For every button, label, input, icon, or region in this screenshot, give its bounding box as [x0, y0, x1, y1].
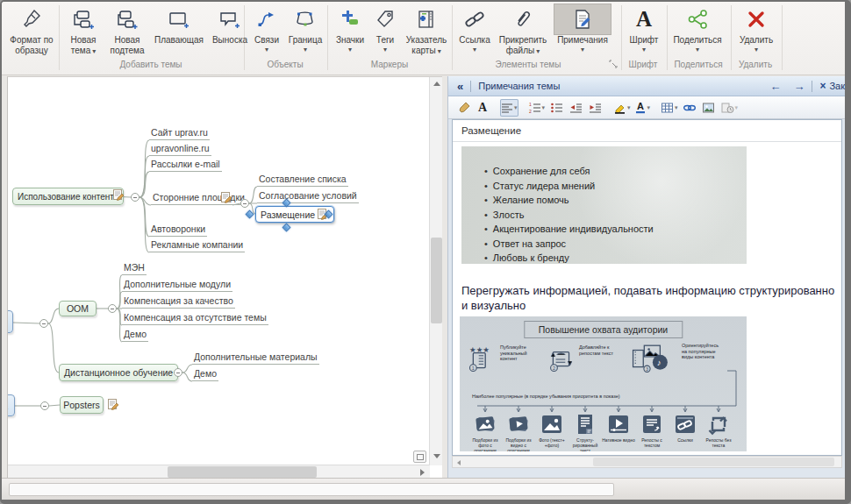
topic-oom[interactable]: ООМ: [59, 301, 97, 316]
share-button[interactable]: Поделиться: [670, 4, 725, 58]
collapse-toggle[interactable]: [108, 304, 117, 313]
markers-icons-button[interactable]: Значки: [333, 4, 368, 58]
new-topic-button[interactable]: Новая тема: [63, 4, 104, 58]
topic-line[interactable]: Рекламные компании: [149, 239, 245, 252]
svg-text:1: 1: [472, 366, 475, 371]
topic-line[interactable]: Демо: [122, 329, 148, 342]
format-painter-button[interactable]: Формат по образцу: [6, 4, 57, 58]
prev-topic-arrow-icon[interactable]: ←: [769, 80, 781, 93]
insert-table-button[interactable]: [660, 99, 679, 117]
canvas-vertical-scrollbar[interactable]: [429, 77, 442, 465]
map-index-label: Указатель карты: [406, 35, 447, 55]
group-label-delete: Удалить: [739, 60, 772, 69]
next-topic-arrow-icon[interactable]: →: [793, 80, 805, 93]
svg-text:2: 2: [529, 109, 532, 114]
numbered-list-button[interactable]: 12: [527, 99, 547, 117]
new-subtopic-button[interactable]: Новая подтема: [105, 4, 149, 58]
map-index-button[interactable]: Указатель карты: [403, 4, 450, 58]
topic-line[interactable]: Компенсация за качество: [122, 295, 235, 309]
highlight-color-button[interactable]: [612, 99, 632, 117]
topic-line[interactable]: Согласование условий: [257, 190, 359, 203]
delete-button[interactable]: Удалить: [734, 4, 778, 58]
scroll-right-arrow[interactable]: [420, 469, 425, 476]
collapse-toggle[interactable]: [240, 199, 249, 208]
tags-dropdown[interactable]: [369, 46, 401, 53]
share-icon: [670, 4, 725, 35]
delete-dropdown[interactable]: [734, 46, 778, 53]
share-dropdown[interactable]: [670, 46, 725, 53]
boundary-icon: [286, 4, 325, 35]
scroll-left-arrow[interactable]: [457, 460, 461, 465]
collapse-toggle[interactable]: [174, 368, 182, 377]
topic-line[interactable]: Демо: [192, 368, 218, 381]
notes-editor[interactable]: Размещение Сохранение для себя Статус ли…: [452, 119, 842, 456]
topic-line[interactable]: Дополнительные модули: [122, 279, 232, 292]
outdent-button[interactable]: [567, 99, 584, 117]
note-image-infographic[interactable]: Повышение охвата аудитории ★★★1 Публикуй…: [460, 316, 747, 451]
topic-distance[interactable]: Дистанционное обучение: [59, 364, 178, 381]
boundary-dropdown[interactable]: [286, 46, 325, 53]
vertical-scroll-thumb[interactable]: [431, 238, 442, 323]
topic-line[interactable]: Дополнительные материалы: [192, 351, 319, 365]
floating-topic-button[interactable]: Плавающая: [152, 4, 206, 58]
font-dropdown[interactable]: [625, 46, 663, 53]
close-panel-icon[interactable]: ×: [819, 80, 826, 92]
indent-button[interactable]: [586, 99, 604, 117]
collapse-toggle[interactable]: [39, 319, 48, 328]
markers-icons-dropdown[interactable]: [333, 46, 368, 53]
topic-root[interactable]: Использование контента: [12, 188, 124, 205]
collapse-panel-icon[interactable]: «: [457, 80, 463, 93]
callout-button[interactable]: Выноска: [209, 4, 251, 58]
insert-image-button[interactable]: [700, 99, 718, 117]
font-button[interactable]: A Шрифт: [625, 4, 663, 58]
dialog-launcher-icon[interactable]: [609, 60, 619, 70]
horizontal-scroll-thumb[interactable]: [168, 466, 317, 478]
tags-button[interactable]: Теги: [369, 4, 401, 58]
format-brush-button[interactable]: [454, 99, 472, 117]
font-dialog-button[interactable]: A: [474, 99, 491, 117]
links-icon: [674, 413, 697, 436]
topic-line[interactable]: Рассылки e-mail: [149, 159, 222, 172]
link-dropdown[interactable]: [456, 46, 493, 53]
font-color-button[interactable]: A: [633, 99, 652, 117]
notes-dropdown[interactable]: [554, 46, 611, 53]
link-button[interactable]: Ссылка: [456, 4, 493, 58]
scroll-up-arrow[interactable]: [433, 82, 440, 86]
attach-files-button[interactable]: Прикрепить файлы: [495, 4, 551, 58]
topic-note-icon[interactable]: [221, 192, 232, 203]
topic-note-icon[interactable]: [108, 399, 119, 410]
close-panel-label[interactable]: Зак: [829, 81, 845, 91]
relationships-button[interactable]: Связи: [249, 4, 284, 58]
collapse-toggle[interactable]: [40, 401, 49, 410]
topic-line[interactable]: upravonline.ru: [149, 143, 211, 156]
notes-scroll-thumb[interactable]: [593, 458, 834, 466]
selection-handle-left[interactable]: [246, 210, 254, 219]
relationships-dropdown[interactable]: [249, 46, 284, 53]
topic-root-clipped[interactable]: с: [7, 310, 13, 333]
boundary-button[interactable]: Граница: [286, 4, 325, 58]
notes-horizontal-scrollbar[interactable]: [452, 456, 842, 468]
topic-line[interactable]: Составление списка: [257, 174, 348, 187]
topic-line[interactable]: Компенсация за отсутствие темы: [122, 312, 268, 325]
notes-button[interactable]: Примечания: [554, 4, 611, 58]
collapse-toggle[interactable]: [131, 193, 139, 202]
bullet-list-button[interactable]: [547, 99, 565, 117]
topic-line[interactable]: Сайт uprav.ru: [149, 127, 210, 140]
canvas-horizontal-scrollbar[interactable]: [8, 465, 430, 478]
note-image-bullets[interactable]: Сохранение для себя Статус лидера мнений…: [461, 146, 747, 264]
map-canvas[interactable]: Использование контента Сайт uprav.ru upr…: [7, 76, 442, 478]
topic-note-icon[interactable]: [113, 189, 125, 201]
selection-handle-bottom[interactable]: [282, 224, 291, 232]
topic-line[interactable]: МЭН: [122, 262, 147, 275]
scroll-down-arrow[interactable]: [433, 454, 440, 458]
insert-link-button[interactable]: [681, 99, 698, 117]
fit-map-button[interactable]: [413, 451, 426, 463]
align-button[interactable]: [500, 99, 518, 117]
infographic-item: Репосты с текстом: [635, 413, 669, 448]
ribbon-separator: [452, 5, 453, 70]
infographic-step: ♪3 Ориентируйтесь на популярные виды кон…: [631, 343, 722, 373]
topic-popsters[interactable]: Popsters: [60, 396, 104, 414]
topic-line[interactable]: Автоворонки: [149, 224, 207, 237]
topic-selected[interactable]: Размещение: [255, 206, 334, 223]
topic-root-clipped[interactable]: а: [7, 394, 15, 416]
